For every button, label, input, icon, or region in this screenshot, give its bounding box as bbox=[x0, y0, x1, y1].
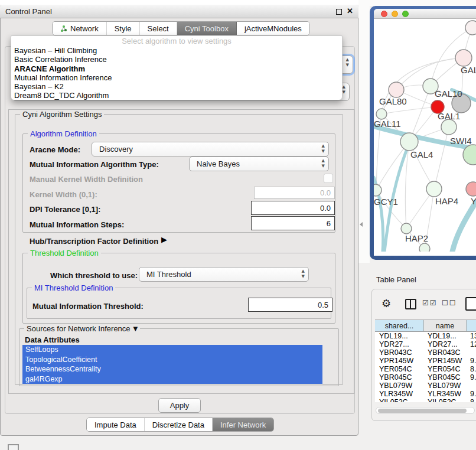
network-graph: GALGAL80GAL10GAL1GAL11SWI4GAL4GCY1HAP4YH… bbox=[374, 19, 476, 252]
table-row[interactable]: YBL079WYBL079W bbox=[375, 381, 476, 390]
split-view-icon[interactable] bbox=[405, 299, 416, 309]
table-cell: YER054C bbox=[424, 365, 467, 373]
table-cell: 8. bbox=[467, 365, 476, 373]
column-header-name[interactable]: name bbox=[424, 319, 467, 332]
tab-discretize-data[interactable]: Discretize Data bbox=[145, 418, 213, 431]
combo-arrows-icon: ▲▼ bbox=[322, 144, 325, 154]
table-cell: 9. bbox=[467, 373, 476, 381]
minimized-panel-icon[interactable] bbox=[8, 444, 19, 450]
mi-threshold-field[interactable]: 0.5 bbox=[248, 298, 332, 312]
minimize-traffic-light-icon[interactable] bbox=[392, 11, 398, 17]
kernel-width-field[interactable]: 0.0 bbox=[254, 187, 335, 199]
panel-divider-handle[interactable] bbox=[360, 222, 363, 227]
screenshot-root: Control Panel ✕ Network Style Select Cyn… bbox=[0, 0, 476, 450]
network-node[interactable] bbox=[419, 243, 430, 252]
network-view-window: GALGAL80GAL10GAL1GAL11SWI4GAL4GCY1HAP4YH… bbox=[370, 6, 476, 260]
select-all-checks-icon[interactable]: ☑☑ bbox=[422, 299, 438, 307]
algorithm-option[interactable]: ARACNE Algorithm bbox=[11, 64, 342, 73]
tab-select[interactable]: Select bbox=[140, 22, 177, 35]
mi-type-combo[interactable]: Naive Bayes ▲▼ bbox=[189, 156, 329, 171]
algorithm-option[interactable]: Mutual Information Inference bbox=[11, 73, 342, 82]
network-node[interactable] bbox=[389, 82, 404, 97]
network-edge[interactable] bbox=[382, 107, 438, 114]
network-node[interactable] bbox=[376, 109, 387, 119]
network-canvas[interactable]: GALGAL80GAL10GAL1GAL11SWI4GAL4GCY1HAP4YH… bbox=[374, 19, 476, 252]
control-panel-titlebar[interactable]: Control Panel ✕ bbox=[0, 5, 358, 18]
tab-cyni-toolbox-label: Cyni Toolbox bbox=[185, 24, 229, 33]
table-cell: YDR27... bbox=[375, 340, 424, 348]
cyni-bottom-tabbar: Impute Data Discretize Data Infer Networ… bbox=[86, 418, 274, 432]
network-thick-edge[interactable] bbox=[452, 202, 476, 252]
attribute-list-item[interactable]: gal4RGexp bbox=[22, 374, 322, 384]
column-header-shared-name[interactable]: shared... bbox=[375, 319, 424, 332]
table-body[interactable]: YDL19...YDL19...13YDR27...YDR27...12YBR0… bbox=[375, 332, 476, 402]
network-node[interactable] bbox=[466, 182, 476, 196]
network-node-label: SWI4 bbox=[450, 136, 472, 146]
kernel-width-label: Kernel Width (0,1): bbox=[30, 190, 97, 199]
network-node[interactable] bbox=[374, 184, 382, 196]
table-row[interactable]: YPR145WYPR145W9. bbox=[375, 357, 476, 365]
table-row[interactable]: YIL052CYIL052C8 bbox=[375, 398, 476, 402]
tab-select-label: Select bbox=[148, 24, 169, 33]
column-header-clipped[interactable]: A bbox=[467, 319, 476, 332]
tab-jactivemnodules[interactable]: jActiveMNodules bbox=[237, 22, 309, 35]
sources-title-wrap[interactable]: Sources for Network Inference ▼ bbox=[24, 324, 140, 333]
network-node[interactable] bbox=[455, 50, 472, 66]
algorithm-option[interactable]: Dream8 DC_TDC Algorithm bbox=[11, 91, 342, 100]
tab-infer-network[interactable]: Infer Network bbox=[213, 418, 273, 431]
table-row[interactable]: YER054CYER054C8. bbox=[375, 365, 476, 373]
table-row[interactable]: YBR045CYBR045C9. bbox=[375, 373, 476, 381]
network-node[interactable] bbox=[465, 21, 476, 35]
mi-threshold-title: MI Threshold Definition bbox=[32, 283, 115, 292]
algorithm-option[interactable]: Bayesian – Hill Climbing bbox=[11, 46, 342, 55]
table-cell: YBR045C bbox=[424, 373, 467, 381]
tab-network[interactable]: Network bbox=[53, 22, 107, 35]
mi-threshold-label: Mutual Information Threshold: bbox=[32, 302, 144, 311]
mi-steps-field[interactable]: 6 bbox=[251, 216, 335, 230]
aracne-mode-combo[interactable]: Discovery ▲▼ bbox=[92, 142, 329, 156]
apply-button[interactable]: Apply bbox=[158, 398, 201, 413]
document-icon[interactable] bbox=[465, 297, 476, 311]
network-node[interactable] bbox=[426, 181, 442, 197]
dpi-tolerance-field[interactable]: 0.0 bbox=[251, 201, 335, 215]
attribute-list-item[interactable]: TopologicalCoefficient bbox=[22, 355, 322, 365]
mi-steps-value: 6 bbox=[327, 219, 331, 228]
network-node[interactable] bbox=[400, 133, 418, 151]
table-horizontal-scrollbar[interactable] bbox=[376, 407, 475, 414]
hub-definition-label[interactable]: Hub/Transcription Factor Definition bbox=[30, 237, 158, 246]
table-row[interactable]: YDL19...YDL19...13 bbox=[375, 332, 476, 340]
combo-arrows-icon: ▲▼ bbox=[322, 158, 325, 169]
close-window-icon[interactable]: ✕ bbox=[347, 6, 353, 15]
table-cell: YBL079W bbox=[375, 381, 424, 390]
expand-arrow-icon[interactable]: ▶ bbox=[161, 235, 167, 244]
algorithm-option[interactable]: Bayesian – K2 bbox=[11, 82, 342, 91]
float-window-icon[interactable] bbox=[336, 9, 342, 15]
network-window-titlebar[interactable] bbox=[374, 9, 476, 19]
table-cell: YDL19... bbox=[424, 332, 467, 340]
table-cell: YLR345W bbox=[375, 390, 424, 398]
algorithm-definition-title: Algorithm Definition bbox=[28, 129, 99, 138]
close-traffic-light-icon[interactable] bbox=[381, 11, 387, 17]
attribute-list-item[interactable]: SelfLoops bbox=[22, 345, 322, 355]
deselect-all-checks-icon[interactable]: ☐☐ bbox=[442, 299, 457, 307]
attribute-list-item[interactable]: BetweennessCentrality bbox=[22, 364, 322, 374]
tab-cyni-toolbox[interactable]: Cyni Toolbox bbox=[177, 22, 237, 35]
tab-impute-data[interactable]: Impute Data bbox=[87, 418, 145, 431]
network-node[interactable] bbox=[441, 119, 457, 135]
manual-kernel-checkbox[interactable] bbox=[324, 174, 333, 183]
zoom-traffic-light-icon[interactable] bbox=[402, 11, 409, 17]
algorithm-option[interactable]: Basic Correlation Inference bbox=[11, 55, 342, 64]
mi-steps-label: Mutual Information Steps: bbox=[30, 220, 124, 229]
gear-icon[interactable]: ⚙ bbox=[382, 297, 391, 309]
table-row[interactable]: YDR27...YDR27...12 bbox=[375, 340, 476, 348]
collapse-arrow-icon[interactable]: ▼ bbox=[133, 325, 138, 332]
network-node-label: HAP4 bbox=[435, 196, 458, 206]
table-row[interactable]: YLR345WYLR345W9. bbox=[375, 390, 476, 398]
network-node[interactable] bbox=[401, 223, 412, 234]
table-row[interactable]: YBR043CYBR043C bbox=[375, 348, 476, 357]
table-cell: 12 bbox=[467, 340, 476, 348]
network-edge[interactable] bbox=[434, 127, 449, 189]
which-threshold-combo[interactable]: MI Threshold ▲▼ bbox=[139, 267, 309, 282]
tab-style[interactable]: Style bbox=[107, 22, 140, 35]
table-cell: YBR043C bbox=[375, 348, 424, 357]
